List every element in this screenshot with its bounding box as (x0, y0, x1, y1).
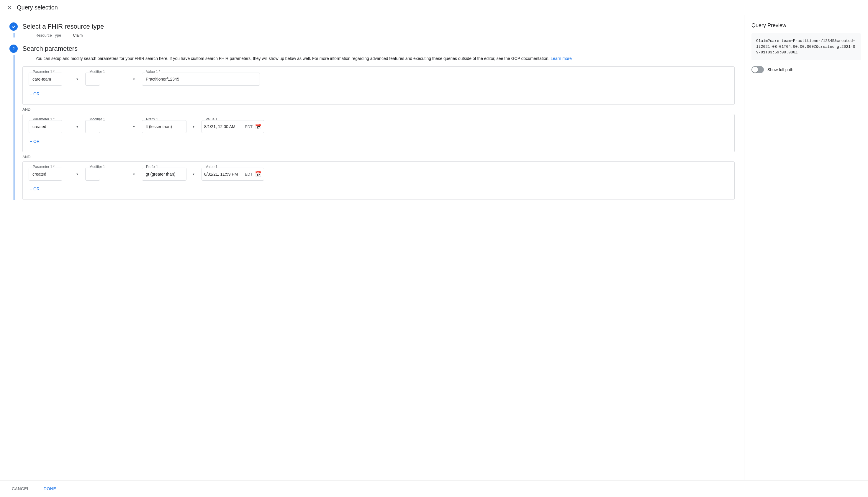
and-label-1: AND (23, 107, 735, 112)
parameter-field-1: Parameter 1 * care-team created (29, 73, 82, 86)
step-2-number-icon: 2 (10, 45, 18, 53)
parameter-select-3[interactable]: care-team created (29, 168, 62, 181)
main-content: Select a FHIR resource type Resource Typ… (0, 15, 868, 480)
section-2: 2 Search parameters You can setup and mo… (10, 45, 735, 200)
modifier-select-1[interactable] (85, 73, 100, 86)
dialog-title: Query selection (17, 4, 58, 11)
or-button-3[interactable]: + OR (29, 184, 41, 194)
value-date-input-3[interactable] (204, 172, 243, 176)
prefix-field-3: Prefix 1 lt (lesser than) gt (greater th… (142, 168, 198, 181)
value-field-1: Value 1 * (142, 73, 260, 86)
or-button-2-label: + OR (30, 139, 40, 144)
prefix-select-wrapper-2: lt (lesser than) gt (greater than) (142, 120, 198, 133)
modifier-field-1: Modifier 1 (85, 73, 139, 86)
done-button[interactable]: DONE (39, 484, 61, 494)
value-label-1: Value 1 * (145, 70, 161, 74)
timezone-label-3: EDT (245, 172, 252, 176)
parameter-group-1: Parameter 1 * care-team created Modifier… (23, 67, 735, 105)
show-full-path-toggle[interactable] (751, 66, 764, 73)
prefix-select-3[interactable]: lt (lesser than) gt (greater than) (142, 168, 187, 181)
section-1: Select a FHIR resource type Resource Typ… (10, 23, 735, 38)
modifier-select-wrapper-1 (85, 73, 139, 86)
value-date-field-2: Value 1 EDT 📅 (202, 120, 264, 133)
toggle-knob (752, 67, 758, 73)
params-row-2: Parameter 1 * care-team created Modifier… (29, 120, 728, 133)
cancel-button[interactable]: CANCEL (7, 484, 34, 494)
modifier-field-2: Modifier 1 (85, 120, 139, 133)
show-full-path-label: Show full path (767, 67, 793, 72)
prefix-field-2: Prefix 1 lt (lesser than) gt (greater th… (142, 120, 198, 133)
resource-type-row: Resource Type Claim (23, 33, 735, 38)
params-row-3: Parameter 1 * care-team created Modifier… (29, 168, 728, 181)
query-preview-box: Claim?care-team=Practitioner/12345&creat… (751, 33, 861, 60)
section-1-header: Select a FHIR resource type (10, 23, 735, 31)
section-2-title: Search parameters (23, 45, 77, 53)
modifier-select-3[interactable] (85, 168, 100, 181)
close-icon[interactable]: ✕ (7, 5, 12, 11)
show-full-path-row: Show full path (751, 66, 861, 73)
learn-more-link[interactable]: Learn more (551, 56, 572, 61)
value-date-wrapper-3[interactable]: EDT 📅 (202, 168, 264, 181)
value-date-wrapper-2[interactable]: EDT 📅 (202, 120, 264, 133)
section-1-content: Resource Type Claim (14, 33, 735, 38)
modifier-field-3: Modifier 1 (85, 168, 139, 181)
section-description: You can setup and modify search paramete… (23, 55, 735, 62)
parameter-select-wrapper-2: care-team created (29, 120, 82, 133)
left-panel: Select a FHIR resource type Resource Typ… (0, 15, 744, 480)
modifier-select-2[interactable] (85, 120, 100, 133)
or-button-1-label: + OR (30, 91, 40, 96)
calendar-icon-3[interactable]: 📅 (255, 171, 261, 178)
parameter-field-3: Parameter 1 * care-team created (29, 168, 82, 181)
section-1-title: Select a FHIR resource type (23, 23, 104, 30)
parameter-select-2[interactable]: care-team created (29, 120, 62, 133)
parameter-group-3: Parameter 1 * care-team created Modifier… (23, 161, 735, 200)
prefix-select-wrapper-3: lt (lesser than) gt (greater than) (142, 168, 198, 181)
value-text-wrapper-1 (142, 73, 260, 86)
params-row-1: Parameter 1 * care-team created Modifier… (29, 73, 728, 86)
resource-type-value: Claim (73, 33, 83, 38)
value-input-1[interactable] (142, 73, 260, 86)
modifier-select-wrapper-2 (85, 120, 139, 133)
modifier-select-wrapper-3 (85, 168, 139, 181)
parameter-select-wrapper-1: care-team created (29, 73, 82, 86)
section-2-content: You can setup and modify search paramete… (14, 55, 735, 200)
and-label-2: AND (23, 155, 735, 159)
or-button-1[interactable]: + OR (29, 89, 41, 99)
calendar-icon-2[interactable]: 📅 (255, 123, 261, 130)
or-button-3-label: + OR (30, 186, 40, 191)
value-date-input-2[interactable] (204, 124, 243, 129)
timezone-label-2: EDT (245, 125, 252, 129)
step-1-check-icon (10, 23, 18, 31)
footer: CANCEL DONE (0, 480, 868, 497)
query-preview-title: Query Preview (751, 23, 861, 29)
parameter-field-2: Parameter 1 * care-team created (29, 120, 82, 133)
value-date-field-3: Value 1 EDT 📅 (202, 168, 264, 181)
resource-type-label: Resource Type (35, 33, 61, 38)
or-button-2[interactable]: + OR (29, 137, 41, 146)
dialog-header: ✕ Query selection (0, 0, 868, 15)
right-panel: Query Preview Claim?care-team=Practition… (744, 15, 868, 480)
section-2-header: 2 Search parameters (10, 45, 735, 53)
parameter-select-wrapper-3: care-team created (29, 168, 82, 181)
parameter-select-1[interactable]: care-team created (29, 73, 62, 86)
parameter-group-2: Parameter 1 * care-team created Modifier… (23, 114, 735, 152)
prefix-select-2[interactable]: lt (lesser than) gt (greater than) (142, 120, 187, 133)
